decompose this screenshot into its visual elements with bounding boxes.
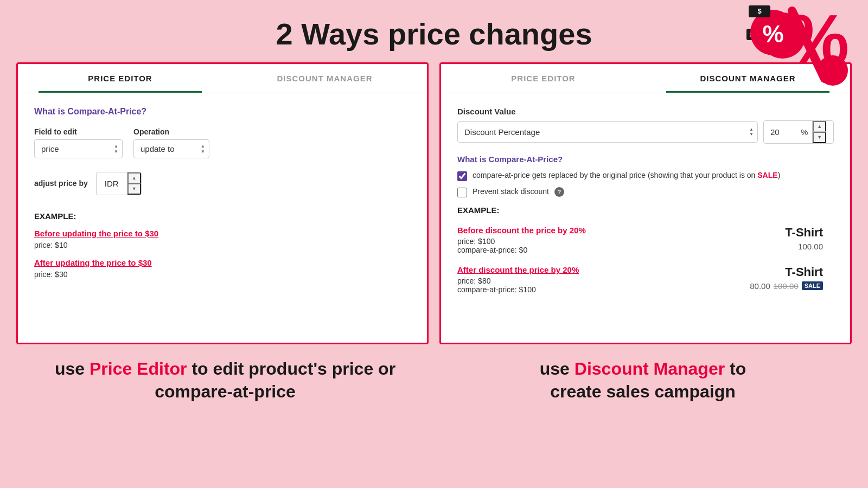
operation-group: Operation update to increase by decrease… bbox=[133, 127, 209, 158]
compare-at-price-link-right[interactable]: What is Compare-At-Price? bbox=[457, 155, 834, 164]
field-to-edit-select-wrapper: price compare-at-price ▲ ▼ bbox=[34, 139, 123, 158]
after-link-right[interactable]: After discount the price by 20% bbox=[457, 265, 750, 274]
page-title: 2 Ways price changes bbox=[0, 0, 868, 62]
discount-value-label: Discount Value bbox=[457, 107, 834, 116]
before-example-right: Before discount the price by 20% price: … bbox=[457, 226, 834, 254]
after-link-left[interactable]: After updating the price to $30 bbox=[34, 258, 411, 267]
percent-input-wrapper: % ▲ ▼ bbox=[763, 120, 834, 144]
before-compare-right: compare-at-price: $0 bbox=[457, 246, 785, 254]
after-price-right: price: $80 bbox=[457, 277, 750, 285]
checkbox1-label: compare-at-price gets replaced by the or… bbox=[473, 170, 780, 181]
compare-at-price-checkbox[interactable] bbox=[457, 171, 467, 181]
after-example-left: After updating the price to $30 price: $… bbox=[34, 258, 411, 279]
tshirt-price-before: 100.00 bbox=[785, 242, 823, 251]
after-example-right: After discount the price by 20% price: $… bbox=[457, 265, 834, 294]
idr-arrow-down[interactable]: ▼ bbox=[127, 183, 141, 195]
bottom-left-text: use Price Editor to edit product's price… bbox=[16, 358, 434, 403]
left-panel: PRICE EDITOR DISCOUNT MANAGER What is Co… bbox=[16, 62, 429, 344]
svg-text:$: $ bbox=[757, 7, 762, 15]
discount-type-select[interactable]: Discount Percentage Discount Amount bbox=[457, 121, 758, 143]
percent-arrow-up[interactable]: ▲ bbox=[813, 121, 826, 132]
example-label-right: EXAMPLE: bbox=[457, 206, 834, 215]
sale-label: SALE bbox=[757, 171, 777, 179]
tshirt-original-price: 100.00 bbox=[774, 281, 799, 291]
right-panel-body: Discount Value Discount Percentage Disco… bbox=[441, 93, 850, 318]
help-icon[interactable]: ? bbox=[554, 187, 564, 197]
discount-type-wrapper: Discount Percentage Discount Amount ▲ ▼ bbox=[457, 121, 758, 143]
tab-discount-manager-left[interactable]: DISCOUNT MANAGER bbox=[222, 64, 427, 93]
svg-text:%: % bbox=[762, 21, 783, 47]
tshirt-price-sale: 80.00 100.00 SALE bbox=[750, 281, 823, 291]
checkbox2-row: Prevent stack discount ? bbox=[457, 187, 834, 197]
field-to-edit-label: Field to edit bbox=[34, 127, 123, 136]
bottom-text: use Price Editor to edit product's price… bbox=[0, 358, 868, 403]
before-preview-right: T-Shirt 100.00 bbox=[785, 226, 834, 251]
idr-arrow-up[interactable]: ▲ bbox=[127, 172, 141, 183]
adjust-row: adjust price by IDR ▲ ▼ bbox=[34, 172, 411, 195]
adjust-label: adjust price by bbox=[34, 179, 88, 188]
tab-bar-left: PRICE EDITOR DISCOUNT MANAGER bbox=[18, 64, 427, 93]
before-text-right: Before discount the price by 20% price: … bbox=[457, 226, 785, 254]
idr-text: IDR bbox=[97, 175, 127, 192]
sale-badge: SALE bbox=[802, 281, 823, 290]
main-content: PRICE EDITOR DISCOUNT MANAGER What is Co… bbox=[0, 62, 868, 344]
before-price-right: price: $100 bbox=[457, 237, 785, 246]
field-row: Field to edit price compare-at-price ▲ ▼ bbox=[34, 127, 411, 158]
after-preview-right: T-Shirt 80.00 100.00 SALE bbox=[750, 265, 834, 291]
percent-arrows: ▲ ▼ bbox=[812, 121, 826, 143]
checkbox1-row: compare-at-price gets replaced by the or… bbox=[457, 170, 834, 181]
tab-bar-right: PRICE EDITOR DISCOUNT MANAGER bbox=[441, 64, 850, 93]
example-label-left: EXAMPLE: bbox=[34, 211, 411, 221]
left-example-section: EXAMPLE: Before updating the price to $3… bbox=[34, 211, 411, 279]
before-example-left: Before updating the price to $30 price: … bbox=[34, 229, 411, 250]
checkbox2-label: Prevent stack discount ? bbox=[473, 187, 564, 197]
percent-sign: % bbox=[796, 122, 812, 142]
compare-at-price-link-left[interactable]: What is Compare-At-Price? bbox=[34, 107, 411, 117]
bottom-right-text: use Discount Manager tocreate sales camp… bbox=[434, 358, 852, 403]
tshirt-title-after: T-Shirt bbox=[750, 265, 823, 279]
before-link-left[interactable]: Before updating the price to $30 bbox=[34, 229, 411, 238]
left-panel-body: What is Compare-At-Price? Field to edit … bbox=[18, 93, 427, 301]
tab-price-editor-left[interactable]: PRICE EDITOR bbox=[18, 64, 222, 93]
right-panel: PRICE EDITOR DISCOUNT MANAGER Discount V… bbox=[439, 62, 852, 344]
idr-input-wrapper: IDR ▲ ▼ bbox=[96, 172, 142, 195]
discount-percent-input[interactable] bbox=[764, 122, 796, 142]
operation-label: Operation bbox=[133, 127, 209, 136]
after-compare-right: compare-at-price: $100 bbox=[457, 285, 750, 294]
prevent-stack-checkbox[interactable] bbox=[457, 188, 467, 197]
before-link-right[interactable]: Before discount the price by 20% bbox=[457, 226, 785, 235]
before-price-left: price: $10 bbox=[34, 241, 67, 249]
tshirt-current-price: 80.00 bbox=[750, 281, 770, 291]
field-to-edit-select[interactable]: price compare-at-price bbox=[34, 139, 123, 158]
after-text-right: After discount the price by 20% price: $… bbox=[457, 265, 750, 294]
tshirt-title-before: T-Shirt bbox=[785, 226, 823, 240]
operation-select-wrapper: update to increase by decrease by ▲ ▼ bbox=[133, 139, 209, 158]
tab-discount-manager-right[interactable]: DISCOUNT MANAGER bbox=[646, 64, 850, 93]
field-to-edit-group: Field to edit price compare-at-price ▲ ▼ bbox=[34, 127, 123, 158]
idr-arrows: ▲ ▼ bbox=[127, 172, 141, 195]
discount-row: Discount Percentage Discount Amount ▲ ▼ … bbox=[457, 120, 834, 144]
percent-arrow-down[interactable]: ▼ bbox=[813, 132, 826, 143]
operation-select[interactable]: update to increase by decrease by bbox=[133, 139, 209, 158]
after-price-left: price: $30 bbox=[34, 270, 67, 279]
tab-price-editor-right[interactable]: PRICE EDITOR bbox=[441, 64, 646, 93]
right-example-section: EXAMPLE: Before discount the price by 20… bbox=[457, 206, 834, 294]
